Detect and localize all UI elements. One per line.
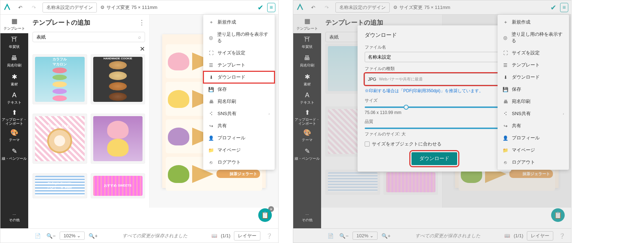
menu-icon: 📁 xyxy=(208,148,214,153)
hamburger-menu-button[interactable]: ≡ xyxy=(560,3,568,12)
menu-item-テンプレート[interactable]: ☰テンプレート xyxy=(203,59,275,71)
menu-label: 新規作成 xyxy=(218,19,236,25)
size-value: 75 × 111mm xyxy=(131,5,158,10)
quality-label: 品質 xyxy=(365,119,504,125)
resize-label[interactable]: サイズ変更 xyxy=(106,4,130,11)
sidebar-item-template[interactable]: ▦テンプレート xyxy=(0,15,28,33)
sidebar-item-material[interactable]: ✱素材 xyxy=(0,70,28,89)
menu-icon: ☰ xyxy=(503,63,508,68)
size-slider[interactable] xyxy=(365,106,504,108)
menu-item-プロフィール[interactable]: 👤プロフィール xyxy=(498,132,569,144)
page-mode-icon[interactable]: 📄 xyxy=(33,231,43,241)
menu-item-SNS共有[interactable]: ⠪SNS共有› xyxy=(498,108,569,120)
fit-label: サイズをオブジェクトに合わせる xyxy=(372,141,441,147)
sidebar-item-pentool[interactable]: ✎線・ペンツール xyxy=(0,145,28,163)
download-button[interactable]: ダウンロード xyxy=(411,152,457,165)
sidebar-item-address[interactable]: 🖶宛名印刷 xyxy=(0,52,28,70)
menu-label: マイページ xyxy=(218,147,241,153)
menu-item-共有[interactable]: ↪共有 xyxy=(498,120,569,132)
fit-checkbox[interactable] xyxy=(365,142,370,147)
menu-item-サイズを設定[interactable]: ⛶サイズを設定 xyxy=(498,47,569,59)
zoom-select[interactable]: 102% ⌄ xyxy=(353,232,378,240)
template-thumb[interactable]: Today's Sweets パンケーキ ¥680 xyxy=(33,173,87,198)
close-icon[interactable]: ✕ xyxy=(140,45,145,53)
menu-item-マイページ[interactable]: 📁マイページ xyxy=(498,144,569,156)
design-name-input[interactable]: 名称未設定のデザイン xyxy=(335,3,390,13)
sidebar-item-pentool[interactable]: ✎線・ペンツール xyxy=(293,145,321,163)
undo-icon[interactable]: ↶ xyxy=(308,3,318,13)
sidebar-item-theme[interactable]: 🎨テーマ xyxy=(293,126,321,145)
main-menu-dropdown: ＋新規作成◎塗り足し用の枠を表示する⛶サイズを設定☰テンプレート⬇ダウンロード💾… xyxy=(203,15,275,170)
menu-label: 保存 xyxy=(512,86,521,93)
panel-menu-icon[interactable]: ⋮ xyxy=(139,19,145,26)
menu-icon: 💾 xyxy=(503,87,508,92)
clipboard-fab[interactable]: 📋 xyxy=(551,208,565,222)
menu-icon: ⠪ xyxy=(208,111,214,116)
sidebar-item-other[interactable]: ⋯その他 xyxy=(0,207,28,228)
layer-button[interactable]: レイヤー xyxy=(234,231,260,240)
sidebar-item-text[interactable]: Aテキスト xyxy=(293,89,321,108)
filetype-select[interactable]: JPG Webバナーや共有に最適 xyxy=(365,73,504,85)
menu-item-新規作成[interactable]: ＋新規作成 xyxy=(498,16,569,28)
clipboard-fab[interactable]: 📋 xyxy=(258,208,272,222)
menu-item-サイズを設定[interactable]: ⛶サイズを設定 xyxy=(203,47,275,59)
template-thumb[interactable]: HANDMADE COOKIE xyxy=(91,54,145,104)
menu-label: サイズを設定 xyxy=(512,50,540,56)
sidebar-item-upload[interactable]: ⬆アップロード・ インポート xyxy=(0,108,28,126)
menu-item-宛名印刷[interactable]: 🖶宛名印刷 xyxy=(203,95,275,108)
zoom-in-icon[interactable]: 🔍+ xyxy=(381,231,391,241)
menu-label: ダウンロード xyxy=(218,74,245,80)
sidebar-item-nenga[interactable]: ⛩年賀状 xyxy=(293,33,321,52)
quality-slider[interactable] xyxy=(365,128,504,129)
menu-item-塗り足し用の枠を表示する[interactable]: ◎塗り足し用の枠を表示する xyxy=(498,28,569,47)
sidebar-item-upload[interactable]: ⬆アップロード・ インポート xyxy=(293,108,321,126)
menu-item-保存[interactable]: 💾保存 xyxy=(203,83,275,95)
zoom-in-icon[interactable]: 🔍+ xyxy=(88,231,98,241)
menu-item-マイページ[interactable]: 📁マイページ xyxy=(203,144,275,156)
menu-item-SNS共有[interactable]: ⠪SNS共有› xyxy=(203,108,275,120)
sidebar-item-address[interactable]: 🖶宛名印刷 xyxy=(293,52,321,70)
menu-item-新規作成[interactable]: ＋新規作成 xyxy=(203,16,275,28)
template-thumb[interactable]: カラフル マカロン xyxy=(33,54,87,104)
sidebar-item-text[interactable]: Aテキスト xyxy=(0,89,28,108)
menu-item-保存[interactable]: 💾保存 xyxy=(498,83,569,95)
template-thumb[interactable]: Today's CAKE xyxy=(33,114,87,164)
app-logo[interactable] xyxy=(296,3,305,12)
menu-item-共有[interactable]: ↪共有 xyxy=(203,120,275,132)
menu-item-ログアウト[interactable]: ⎋ログアウト xyxy=(203,156,275,168)
help-icon[interactable]: ❔ xyxy=(264,231,274,241)
menu-item-プロフィール[interactable]: 👤プロフィール xyxy=(203,132,275,144)
design-name-input[interactable]: 名称未設定のデザイン xyxy=(43,3,97,13)
menu-item-ダウンロード[interactable]: ⬇ダウンロード xyxy=(203,71,275,83)
menu-label: サイズを設定 xyxy=(218,50,245,56)
undo-icon[interactable]: ↶ xyxy=(15,3,25,13)
page-mode-icon[interactable]: 📄 xyxy=(325,231,335,241)
menu-label: SNS共有 xyxy=(218,110,236,117)
book-icon[interactable]: 📖 xyxy=(211,233,217,238)
menu-item-テンプレート[interactable]: ☰テンプレート xyxy=(498,59,569,71)
menu-label: ダウンロード xyxy=(512,74,540,80)
sidebar-item-material[interactable]: ✱素材 xyxy=(293,70,321,89)
search-input[interactable]: ⌕ xyxy=(33,32,145,42)
sidebar-item-theme[interactable]: 🎨テーマ xyxy=(0,126,28,145)
zoom-select[interactable]: 102% ⌄ xyxy=(60,232,85,240)
menu-item-宛名印刷[interactable]: 🖶宛名印刷 xyxy=(498,95,569,108)
menu-item-ログアウト[interactable]: ⎋ログアウト xyxy=(498,156,569,168)
page-indicator: (1/1) xyxy=(221,233,230,238)
sidebar-item-other[interactable]: ⋯その他 xyxy=(293,207,321,228)
hamburger-menu-button[interactable]: ≡ xyxy=(267,3,275,12)
zoom-out-icon[interactable]: 🔍− xyxy=(46,231,56,241)
sidebar-item-nenga[interactable]: ⛩年賀状 xyxy=(0,33,28,52)
app-logo[interactable] xyxy=(3,3,12,12)
menu-item-ダウンロード[interactable]: ⬇ダウンロード xyxy=(498,71,569,83)
zoom-out-icon[interactable]: 🔍− xyxy=(339,231,349,241)
menu-item-塗り足し用の枠を表示する[interactable]: ◎塗り足し用の枠を表示する xyxy=(203,28,275,47)
filename-input[interactable] xyxy=(365,52,504,62)
template-thumb[interactable] xyxy=(91,114,145,164)
menu-icon: ⠪ xyxy=(503,111,508,116)
print-note: ※印刷する場合は「PDF(印刷用350dpi)」を推奨しています。 xyxy=(365,88,504,94)
size-value-text: 75.06 x 110.99 mm xyxy=(365,110,504,115)
sidebar-item-template[interactable]: ▦テンプレート xyxy=(293,15,321,33)
search-field[interactable] xyxy=(36,34,138,40)
template-thumb[interactable]: おすすめ SWEETS xyxy=(91,173,145,198)
